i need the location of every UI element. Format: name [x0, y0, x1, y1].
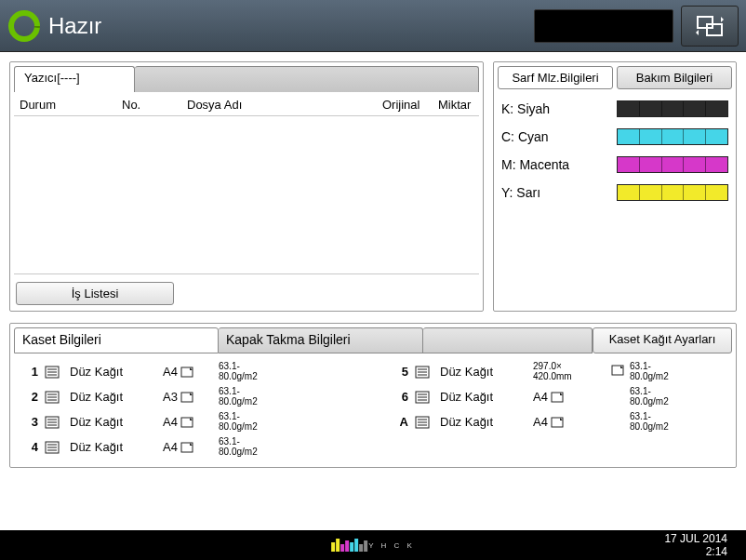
tray-type: Düz Kağıt	[70, 390, 163, 404]
toner-row: Y: Sarı	[498, 179, 732, 207]
tray-level-icon	[45, 366, 60, 379]
tray-number: 4	[21, 440, 38, 454]
job-list-area	[14, 116, 479, 274]
col-no: No.	[122, 98, 187, 112]
job-columns: Durum No. Dosya Adı Orijinal Miktar	[14, 94, 479, 116]
tab-maintenance[interactable]: Bakım Bilgileri	[617, 66, 732, 89]
toner-label: M: Macenta	[501, 157, 617, 172]
tray-row: 3Düz KağıtA4 63.1-80.0g/m2	[21, 409, 354, 434]
tray-number: 5	[392, 365, 408, 379]
orientation-icon	[551, 417, 564, 428]
tray-level-icon	[415, 416, 430, 429]
ymck-indicator: Y H C K	[331, 539, 415, 552]
cassette-settings-button[interactable]: Kaset Kağıt Ayarları	[593, 327, 732, 353]
status-ok-icon	[7, 9, 41, 43]
toner-level-bar	[617, 184, 728, 201]
tray-size: A4	[163, 415, 219, 429]
toner-label: K: Siyah	[501, 101, 617, 116]
tray-size: A4	[163, 365, 219, 379]
tray-number: 6	[392, 390, 408, 404]
tray-size: A3	[163, 390, 219, 404]
toner-row: M: Macenta	[498, 151, 732, 179]
refresh-button[interactable]	[681, 6, 739, 47]
toner-row: C: Cyan	[498, 123, 732, 151]
tray-row: 1Düz KağıtA4 63.1-80.0g/m2	[21, 359, 354, 384]
tray-weight: 63.1-80.0g/m2	[219, 412, 274, 432]
tab-supplies[interactable]: Sarf Mlz.Bilgileri	[498, 66, 613, 89]
tab-blank	[135, 66, 479, 92]
tray-type: Düz Kağıt	[440, 365, 533, 379]
orientation-icon	[180, 367, 193, 378]
svg-rect-3	[707, 24, 722, 35]
footer-date: 17 JUL 2014	[664, 532, 727, 545]
orientation-icon	[180, 442, 193, 453]
tray-type: Düz Kağıt	[70, 365, 163, 379]
col-qty: Miktar	[438, 98, 477, 112]
tray-level-icon	[45, 441, 60, 454]
tray-type: Düz Kağıt	[440, 415, 533, 429]
orientation-icon	[180, 417, 193, 428]
tray-number: 2	[21, 390, 38, 404]
tray-number: A	[392, 415, 408, 429]
tray-level-icon	[415, 391, 430, 404]
cassette-panel: Kaset Bilgileri Kapak Takma Bilgileri Ka…	[9, 323, 737, 468]
tray-size: A4	[533, 390, 589, 404]
tray-row: ADüz KağıtA4 63.1-80.0g/m2	[392, 409, 725, 434]
toner-label: C: Cyan	[501, 129, 617, 144]
svg-rect-2	[698, 17, 713, 28]
job-list-button[interactable]: İş Listesi	[16, 282, 174, 305]
orientation-icon	[180, 392, 193, 403]
col-orig: Orijinal	[382, 98, 438, 112]
supplies-panel: Sarf Mlz.Bilgileri Bakım Bilgileri K: Si…	[493, 61, 737, 312]
tray-row: 6Düz KağıtA4 63.1-80.0g/m2	[392, 384, 725, 409]
tray-row: 4Düz KağıtA4 63.1-80.0g/m2	[21, 434, 354, 460]
header-display	[534, 9, 673, 43]
tray-row: 5Düz Kağıt297.0×420.0mm63.1-80.0g/m2	[392, 359, 725, 384]
tray-weight: 63.1-80.0g/m2	[219, 437, 274, 457]
tray-row: 2Düz KağıtA3 63.1-80.0g/m2	[21, 384, 354, 409]
footer: Y H C K 17 JUL 2014 2:14	[0, 530, 746, 560]
toner-level-bar	[617, 156, 728, 173]
tray-number: 3	[21, 415, 38, 429]
svg-point-0	[11, 13, 37, 39]
orientation-icon	[611, 365, 624, 376]
tab-printer[interactable]: Yazıcı[----]	[14, 66, 135, 92]
tab-fill	[423, 327, 593, 353]
tray-weight: 63.1-80.0g/m2	[219, 362, 274, 381]
tray-number: 1	[21, 365, 38, 379]
tray-size: A4	[163, 440, 219, 454]
toner-label: Y: Sarı	[501, 185, 617, 200]
tray-weight: 63.1-80.0g/m2	[630, 412, 686, 432]
tray-level-icon	[45, 416, 60, 429]
job-panel: Yazıcı[----] Durum No. Dosya Adı Orijina…	[9, 61, 484, 312]
toner-level-bar	[617, 128, 728, 145]
tray-weight: 63.1-80.0g/m2	[219, 387, 274, 407]
tray-dim: 297.0×420.0mm	[533, 362, 611, 381]
tray-weight: 63.1-80.0g/m2	[630, 362, 686, 381]
footer-time: 2:14	[664, 545, 727, 558]
tray-level-icon	[415, 366, 430, 379]
tray-weight: 63.1-80.0g/m2	[630, 387, 686, 407]
tab-cassette-info[interactable]: Kaset Bilgileri	[14, 327, 219, 353]
status-title: Hazır	[48, 13, 534, 39]
tray-type: Düz Kağıt	[70, 415, 163, 429]
toner-level-bar	[617, 100, 728, 117]
orientation-icon	[551, 392, 564, 403]
tab-cover-info[interactable]: Kapak Takma Bilgileri	[219, 327, 423, 353]
refresh-icon	[694, 14, 726, 38]
ymck-label: Y H C K	[368, 541, 415, 550]
tray-type: Düz Kağıt	[70, 440, 163, 454]
tray-level-icon	[45, 391, 60, 404]
titlebar: Hazır	[0, 0, 746, 52]
toner-row: K: Siyah	[498, 95, 732, 123]
col-status: Durum	[20, 98, 122, 112]
col-file: Dosya Adı	[187, 98, 382, 112]
tray-size: A4	[533, 415, 589, 429]
tray-type: Düz Kağıt	[440, 390, 533, 404]
